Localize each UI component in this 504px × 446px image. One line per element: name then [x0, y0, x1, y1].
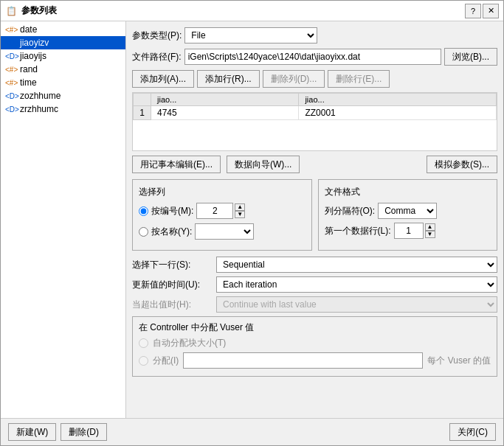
title-bar-controls: ? ✕	[465, 4, 499, 18]
tree-item-label: zrzhhumc	[20, 104, 58, 114]
tree-item-zrzhhumc[interactable]: <D>zrzhhumc	[1, 102, 125, 116]
add-col-button[interactable]: 添加列(A)...	[132, 70, 194, 88]
manual-distribute-radio	[139, 356, 148, 366]
manual-distribute-row: 分配(I) 每个 Vuser 的值	[139, 352, 491, 369]
by-name-label: 按名称(Y):	[151, 226, 192, 238]
bottom-right: 关闭(C)	[449, 423, 496, 441]
auto-distribute-row: 自动分配块大小(T)	[139, 337, 491, 349]
tree-item-label: zozhhume	[20, 91, 61, 101]
add-row-button[interactable]: 添加行(R)...	[197, 70, 260, 88]
out-of-values-label: 当超出值时(H):	[132, 299, 213, 311]
out-of-values-select[interactable]: Continue with last value	[216, 296, 497, 313]
param-type-label: 参数类型(P):	[132, 29, 182, 42]
tree-item-label: date	[20, 24, 37, 35]
file-path-input[interactable]	[184, 49, 441, 65]
tree-icon-var: <D>	[5, 105, 17, 114]
tree-item-rand[interactable]: <#>rand	[1, 63, 125, 76]
next-row-label: 选择下一行(S):	[132, 259, 213, 271]
controller-group: 在 Controller 中分配 Vuser 值 自动分配块大小(T) 分配(I…	[132, 316, 497, 377]
table-cell-col2: ZZ0001	[299, 106, 497, 120]
tree-item-time[interactable]: <#>time	[1, 76, 125, 89]
per-vuser-label: 每个 Vuser 的值	[427, 355, 491, 367]
data-wizard-button[interactable]: 数据向导(W)...	[227, 156, 300, 173]
col-sep-select[interactable]: Comma Tab Space Other	[378, 203, 437, 219]
action-row: 用记事本编辑(E)... 数据向导(W)... 模拟参数(S)...	[132, 156, 497, 173]
by-name-row: 按名称(Y):	[139, 223, 305, 240]
help-button[interactable]: ?	[465, 4, 481, 18]
by-number-input[interactable]	[196, 203, 233, 219]
first-data-row-label: 第一个数据行(L):	[325, 225, 391, 237]
main-window: 📋 参数列表 ? ✕ <#>date<D>jiaoyizv<D>jiaoyijs…	[0, 0, 504, 446]
next-row-row: 选择下一行(S): Sequential Random Unique	[132, 257, 497, 273]
del-row-button[interactable]: 删除行(E)...	[328, 70, 390, 88]
table-col2-header: jiao...	[299, 94, 497, 106]
edit-notepad-button[interactable]: 用记事本编辑(E)...	[132, 156, 221, 173]
table-row: 1 4745 ZZ0001	[134, 106, 497, 120]
del-col-button[interactable]: 删除列(D)...	[263, 70, 325, 88]
by-name-select[interactable]	[195, 223, 254, 240]
window-icon: 📋	[5, 5, 17, 17]
first-data-row-input[interactable]	[394, 223, 424, 239]
auto-distribute-radio	[139, 338, 148, 348]
by-number-radio[interactable]	[139, 206, 148, 216]
first-data-row-btns: ▲ ▼	[425, 223, 435, 238]
spinbox-down[interactable]: ▼	[235, 211, 245, 218]
tree-item-label: rand	[20, 64, 38, 74]
manual-distribute-label: 分配(I)	[153, 355, 179, 367]
tree-icon-hash: <#>	[5, 66, 17, 74]
new-button[interactable]: 新建(W)	[8, 423, 56, 441]
simulate-button[interactable]: 模拟参数(S)...	[427, 156, 497, 173]
table-row-num-header	[134, 94, 151, 106]
auto-distribute-label: 自动分配块大小(T)	[153, 337, 226, 349]
tree-icon-hash: <#>	[5, 79, 17, 87]
select-col-group: 选择列 按编号(M): ▲ ▼	[132, 179, 312, 251]
tree-icon-hash: <#>	[5, 26, 17, 34]
tree-item-jiaoyizv[interactable]: <D>jiaoyizv	[1, 36, 125, 49]
main-content: <#>date<D>jiaoyizv<D>jiaoyijs<#>rand<#>t…	[1, 21, 503, 418]
table-row-num: 1	[134, 106, 151, 120]
tree-icon-var: <D>	[5, 92, 17, 100]
next-row-select[interactable]: Sequential Random Unique	[216, 257, 497, 273]
tree-item-label: time	[20, 77, 37, 88]
out-of-values-row: 当超出值时(H): Continue with last value	[132, 296, 497, 313]
tree-icon-var: <D>	[5, 52, 17, 60]
param-type-row: 参数类型(P): File	[132, 27, 497, 43]
by-number-spinbox: ▲ ▼	[196, 203, 245, 219]
tree-icon-var: <D>	[5, 39, 17, 47]
delete-button[interactable]: 删除(D)	[61, 423, 107, 441]
file-path-label: 文件路径(F):	[132, 51, 182, 63]
browse-button[interactable]: 浏览(B)...	[444, 48, 497, 66]
tree-item-date[interactable]: <#>date	[1, 23, 125, 36]
file-format-group: 文件格式 列分隔符(O): Comma Tab Space Other 第一个数…	[318, 179, 498, 251]
data-table-wrapper: jiao... jiao... 1 4745 ZZ0001	[132, 92, 497, 151]
first-data-row-spinbox: ▲ ▼	[394, 223, 435, 239]
title-bar: 📋 参数列表 ? ✕	[1, 1, 503, 21]
by-name-radio[interactable]	[139, 227, 148, 237]
table-col1-header: jiao...	[151, 94, 299, 106]
data-table: jiao... jiao... 1 4745 ZZ0001	[133, 93, 497, 120]
col-sep-row: 列分隔符(O): Comma Tab Space Other	[325, 203, 491, 219]
by-number-label: 按编号(M):	[151, 205, 193, 217]
tree-item-jiaoyijs[interactable]: <D>jiaoyijs	[1, 49, 125, 63]
close-button[interactable]: 关闭(C)	[449, 423, 496, 441]
close-title-button[interactable]: ✕	[483, 4, 499, 18]
update-value-label: 更新值的时间(U):	[132, 279, 213, 291]
first-data-row-up[interactable]: ▲	[425, 223, 435, 231]
bottom-left: 新建(W) 删除(D)	[8, 423, 107, 441]
manual-distribute-input	[183, 352, 423, 369]
tree-item-label: jiaoyizv	[20, 38, 49, 48]
param-type-select[interactable]: File	[184, 27, 317, 43]
spinbox-up[interactable]: ▲	[235, 203, 245, 211]
update-value-select[interactable]: Each iteration Each occurrence Once	[216, 276, 497, 293]
columns-row: 选择列 按编号(M): ▲ ▼	[132, 179, 497, 251]
table-cell-col1: 4745	[151, 106, 299, 120]
window-title: 参数列表	[21, 4, 465, 17]
file-format-title: 文件格式	[325, 186, 491, 198]
first-data-row-row: 第一个数据行(L): ▲ ▼	[325, 223, 491, 239]
file-path-row: 文件路径(F): 浏览(B)...	[132, 48, 497, 66]
col-sep-label: 列分隔符(O):	[325, 205, 376, 217]
left-panel: <#>date<D>jiaoyizv<D>jiaoyijs<#>rand<#>t…	[1, 21, 126, 418]
first-data-row-down[interactable]: ▼	[425, 231, 435, 238]
tree-item-zozhhume[interactable]: <D>zozhhume	[1, 89, 125, 102]
toolbar-row: 添加列(A)... 添加行(R)... 删除列(D)... 删除行(E)...	[132, 70, 497, 88]
